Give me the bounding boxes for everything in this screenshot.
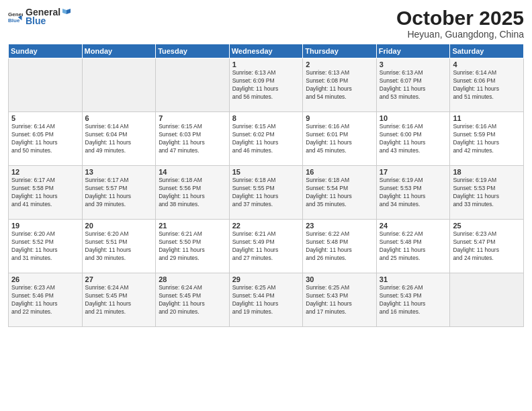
calendar-cell: 4Sunrise: 6:14 AM Sunset: 6:06 PM Daylig… [450,58,524,112]
day-number: 31 [380,275,447,283]
day-number: 25 [453,222,521,230]
weekday-header-cell: Wednesday [229,44,303,58]
calendar-cell: 8Sunrise: 6:15 AM Sunset: 6:02 PM Daylig… [229,112,303,166]
cell-info: Sunrise: 6:17 AM Sunset: 5:58 PM Dayligh… [11,177,79,209]
cell-info: Sunrise: 6:25 AM Sunset: 5:44 PM Dayligh… [232,284,300,316]
calendar-cell: 18Sunrise: 6:19 AM Sunset: 5:53 PM Dayli… [450,166,524,220]
calendar-cell: 12Sunrise: 6:17 AM Sunset: 5:58 PM Dayli… [9,166,83,220]
calendar-cell: 26Sunrise: 6:23 AM Sunset: 5:46 PM Dayli… [9,273,83,327]
calendar-cell: 20Sunrise: 6:20 AM Sunset: 5:51 PM Dayli… [82,220,156,273]
calendar-cell: 11Sunrise: 6:16 AM Sunset: 5:59 PM Dayli… [450,112,524,166]
day-number: 24 [380,222,447,230]
day-number: 9 [306,114,373,122]
calendar-body: 1Sunrise: 6:13 AM Sunset: 6:09 PM Daylig… [9,58,524,327]
weekday-header-cell: Friday [376,44,450,58]
cell-info: Sunrise: 6:19 AM Sunset: 5:53 PM Dayligh… [380,177,447,209]
cell-info: Sunrise: 6:22 AM Sunset: 5:48 PM Dayligh… [306,230,373,263]
calendar-cell: 10Sunrise: 6:16 AM Sunset: 6:00 PM Dayli… [376,112,450,166]
cell-info: Sunrise: 6:13 AM Sunset: 6:08 PM Dayligh… [306,69,373,101]
day-number: 26 [11,275,79,283]
day-number: 22 [232,222,300,230]
day-number: 23 [306,222,373,230]
calendar-cell: 6Sunrise: 6:14 AM Sunset: 6:04 PM Daylig… [82,112,156,166]
cell-info: Sunrise: 6:24 AM Sunset: 5:45 PM Dayligh… [159,284,226,316]
day-number: 2 [306,60,373,68]
weekday-header-cell: Sunday [9,44,83,58]
logo-icon: General Blue [8,9,23,24]
calendar-cell: 29Sunrise: 6:25 AM Sunset: 5:44 PM Dayli… [229,273,303,327]
day-number: 7 [159,114,226,122]
cell-info: Sunrise: 6:26 AM Sunset: 5:43 PM Dayligh… [380,284,447,316]
day-number: 15 [232,168,300,176]
calendar-cell: 23Sunrise: 6:22 AM Sunset: 5:48 PM Dayli… [303,220,377,273]
cell-info: Sunrise: 6:17 AM Sunset: 5:57 PM Dayligh… [85,177,153,209]
calendar-cell: 30Sunrise: 6:25 AM Sunset: 5:43 PM Dayli… [303,273,377,327]
day-number: 11 [453,114,521,122]
title-block: October 2025 Heyuan, Guangdong, China [396,7,524,40]
day-number: 10 [380,114,447,122]
weekday-header-cell: Monday [82,44,156,58]
location-title: Heyuan, Guangdong, China [396,29,524,40]
cell-info: Sunrise: 6:21 AM Sunset: 5:50 PM Dayligh… [159,230,226,263]
calendar-cell: 25Sunrise: 6:23 AM Sunset: 5:47 PM Dayli… [450,220,524,273]
cell-info: Sunrise: 6:15 AM Sunset: 6:03 PM Dayligh… [159,123,226,155]
weekday-header-cell: Thursday [303,44,377,58]
day-number: 20 [85,222,153,230]
cell-info: Sunrise: 6:13 AM Sunset: 6:09 PM Dayligh… [232,69,300,101]
calendar-cell: 16Sunrise: 6:18 AM Sunset: 5:54 PM Dayli… [303,166,377,220]
header-row: General Blue General Blue October 2025 H… [8,7,524,40]
cell-info: Sunrise: 6:18 AM Sunset: 5:54 PM Dayligh… [306,177,373,209]
cell-info: Sunrise: 6:16 AM Sunset: 6:00 PM Dayligh… [380,123,447,155]
weekday-header-cell: Saturday [450,44,524,58]
calendar-week-row: 26Sunrise: 6:23 AM Sunset: 5:46 PM Dayli… [9,273,524,327]
cell-info: Sunrise: 6:18 AM Sunset: 5:55 PM Dayligh… [232,177,300,209]
logo-bird-icon [61,7,72,18]
weekday-header-cell: Tuesday [156,44,230,58]
cell-info: Sunrise: 6:22 AM Sunset: 5:48 PM Dayligh… [380,230,447,263]
day-number: 13 [85,168,153,176]
day-number: 5 [11,114,79,122]
day-number: 30 [306,275,373,283]
svg-marker-4 [62,9,66,14]
calendar-cell: 14Sunrise: 6:18 AM Sunset: 5:56 PM Dayli… [156,166,230,220]
logo: General Blue General Blue [8,7,73,26]
day-number: 29 [232,275,300,283]
cell-info: Sunrise: 6:23 AM Sunset: 5:47 PM Dayligh… [453,230,521,263]
calendar-week-row: 12Sunrise: 6:17 AM Sunset: 5:58 PM Dayli… [9,166,524,220]
calendar-cell: 2Sunrise: 6:13 AM Sunset: 6:08 PM Daylig… [303,58,377,112]
weekday-header-row: SundayMondayTuesdayWednesdayThursdayFrid… [9,44,524,58]
calendar-cell [82,58,156,112]
cell-info: Sunrise: 6:20 AM Sunset: 5:51 PM Dayligh… [85,230,153,263]
calendar-cell: 13Sunrise: 6:17 AM Sunset: 5:57 PM Dayli… [82,166,156,220]
calendar-cell [156,58,230,112]
calendar-cell: 5Sunrise: 6:14 AM Sunset: 6:05 PM Daylig… [9,112,83,166]
cell-info: Sunrise: 6:19 AM Sunset: 5:53 PM Dayligh… [453,177,521,209]
calendar-cell: 9Sunrise: 6:16 AM Sunset: 6:01 PM Daylig… [303,112,377,166]
cell-info: Sunrise: 6:14 AM Sunset: 6:06 PM Dayligh… [453,69,521,101]
day-number: 28 [159,275,226,283]
svg-text:Blue: Blue [8,17,20,24]
day-number: 3 [380,60,447,68]
cell-info: Sunrise: 6:14 AM Sunset: 6:05 PM Dayligh… [11,123,79,155]
page-container: General Blue General Blue October 2025 H… [0,0,532,334]
calendar-cell: 3Sunrise: 6:13 AM Sunset: 6:07 PM Daylig… [376,58,450,112]
day-number: 1 [232,60,300,68]
cell-info: Sunrise: 6:25 AM Sunset: 5:43 PM Dayligh… [306,284,373,316]
svg-marker-3 [66,9,71,14]
calendar-cell: 21Sunrise: 6:21 AM Sunset: 5:50 PM Dayli… [156,220,230,273]
calendar-week-row: 19Sunrise: 6:20 AM Sunset: 5:52 PM Dayli… [9,220,524,273]
calendar-cell [450,273,524,327]
calendar-cell: 31Sunrise: 6:26 AM Sunset: 5:43 PM Dayli… [376,273,450,327]
cell-info: Sunrise: 6:16 AM Sunset: 6:01 PM Dayligh… [306,123,373,155]
calendar-cell: 17Sunrise: 6:19 AM Sunset: 5:53 PM Dayli… [376,166,450,220]
day-number: 17 [380,168,447,176]
calendar-cell: 22Sunrise: 6:21 AM Sunset: 5:49 PM Dayli… [229,220,303,273]
calendar-table: SundayMondayTuesdayWednesdayThursdayFrid… [8,44,524,327]
calendar-cell: 15Sunrise: 6:18 AM Sunset: 5:55 PM Dayli… [229,166,303,220]
day-number: 6 [85,114,153,122]
calendar-cell: 27Sunrise: 6:24 AM Sunset: 5:45 PM Dayli… [82,273,156,327]
cell-info: Sunrise: 6:18 AM Sunset: 5:56 PM Dayligh… [159,177,226,209]
day-number: 4 [453,60,521,68]
calendar-cell: 7Sunrise: 6:15 AM Sunset: 6:03 PM Daylig… [156,112,230,166]
cell-info: Sunrise: 6:16 AM Sunset: 5:59 PM Dayligh… [453,123,521,155]
